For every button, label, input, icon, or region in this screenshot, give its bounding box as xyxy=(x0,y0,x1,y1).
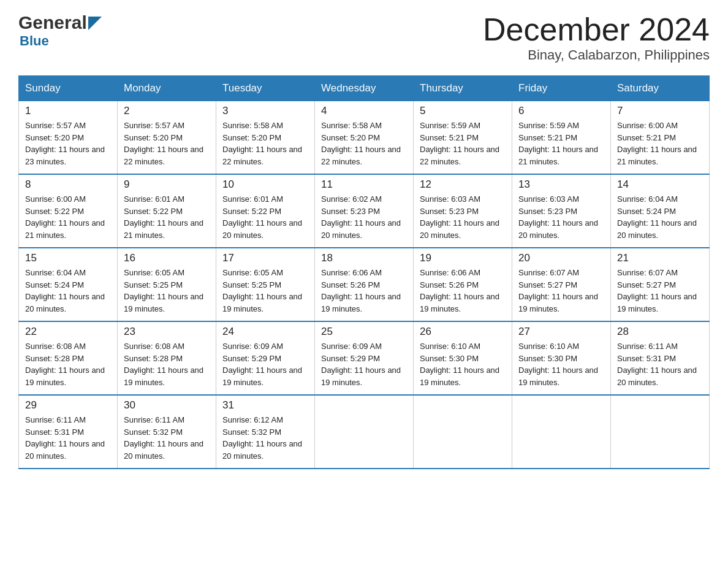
logo-blue-text: Blue xyxy=(20,33,49,48)
calendar-week-row: 22 Sunrise: 6:08 AMSunset: 5:28 PMDaylig… xyxy=(19,321,710,395)
sun-info: Sunrise: 6:07 AMSunset: 5:27 PMDaylight:… xyxy=(518,267,604,315)
day-number: 29 xyxy=(25,399,111,412)
day-number: 15 xyxy=(25,252,111,264)
calendar-cell: 2 Sunrise: 5:57 AMSunset: 5:20 PMDayligh… xyxy=(118,101,216,175)
logo-general-text: General xyxy=(18,12,87,33)
calendar-cell: 10 Sunrise: 6:01 AMSunset: 5:22 PMDaylig… xyxy=(216,174,315,248)
sun-info: Sunrise: 6:01 AMSunset: 5:22 PMDaylight:… xyxy=(222,193,308,241)
day-number: 6 xyxy=(518,105,604,117)
calendar-cell: 11 Sunrise: 6:02 AMSunset: 5:23 PMDaylig… xyxy=(315,174,414,248)
day-number: 13 xyxy=(518,178,604,191)
weekday-header-friday: Friday xyxy=(512,76,611,101)
calendar-cell: 14 Sunrise: 6:04 AMSunset: 5:24 PMDaylig… xyxy=(611,174,710,248)
day-number: 8 xyxy=(25,178,111,191)
page-header: General Blue December 2024 Binay, Calaba… xyxy=(18,12,710,63)
sun-info: Sunrise: 6:07 AMSunset: 5:27 PMDaylight:… xyxy=(617,267,703,315)
logo: General Blue xyxy=(18,12,102,49)
sun-info: Sunrise: 6:05 AMSunset: 5:25 PMDaylight:… xyxy=(124,267,210,315)
calendar-cell: 12 Sunrise: 6:03 AMSunset: 5:23 PMDaylig… xyxy=(414,174,512,248)
calendar-cell: 20 Sunrise: 6:07 AMSunset: 5:27 PMDaylig… xyxy=(512,248,611,321)
day-number: 12 xyxy=(420,178,506,191)
weekday-header-saturday: Saturday xyxy=(611,76,710,101)
page-subtitle: Binay, Calabarzon, Philippines xyxy=(483,47,710,63)
sun-info: Sunrise: 6:10 AMSunset: 5:30 PMDaylight:… xyxy=(420,340,506,388)
calendar-cell xyxy=(611,395,710,469)
calendar-week-row: 8 Sunrise: 6:00 AMSunset: 5:22 PMDayligh… xyxy=(19,174,710,248)
sun-info: Sunrise: 6:10 AMSunset: 5:30 PMDaylight:… xyxy=(518,340,604,388)
sun-info: Sunrise: 5:58 AMSunset: 5:20 PMDaylight:… xyxy=(321,120,407,167)
calendar-cell: 13 Sunrise: 6:03 AMSunset: 5:23 PMDaylig… xyxy=(512,174,611,248)
sun-info: Sunrise: 6:11 AMSunset: 5:32 PMDaylight:… xyxy=(124,414,210,462)
day-number: 1 xyxy=(25,105,111,117)
calendar-cell: 24 Sunrise: 6:09 AMSunset: 5:29 PMDaylig… xyxy=(216,321,315,395)
calendar-cell: 16 Sunrise: 6:05 AMSunset: 5:25 PMDaylig… xyxy=(118,248,216,321)
calendar-cell: 29 Sunrise: 6:11 AMSunset: 5:31 PMDaylig… xyxy=(19,395,118,469)
sun-info: Sunrise: 6:05 AMSunset: 5:25 PMDaylight:… xyxy=(222,267,308,315)
calendar-table: SundayMondayTuesdayWednesdayThursdayFrid… xyxy=(18,75,710,469)
day-number: 22 xyxy=(25,326,111,338)
day-number: 10 xyxy=(222,178,308,191)
page-title: December 2024 xyxy=(483,12,710,47)
day-number: 7 xyxy=(617,105,703,117)
day-number: 20 xyxy=(518,252,604,264)
sun-info: Sunrise: 6:06 AMSunset: 5:26 PMDaylight:… xyxy=(420,267,506,315)
day-number: 23 xyxy=(124,326,210,338)
calendar-cell: 31 Sunrise: 6:12 AMSunset: 5:32 PMDaylig… xyxy=(216,395,315,469)
sun-info: Sunrise: 6:03 AMSunset: 5:23 PMDaylight:… xyxy=(518,193,604,241)
day-number: 5 xyxy=(420,105,506,117)
day-number: 18 xyxy=(321,252,407,264)
calendar-cell: 15 Sunrise: 6:04 AMSunset: 5:24 PMDaylig… xyxy=(19,248,118,321)
calendar-week-row: 29 Sunrise: 6:11 AMSunset: 5:31 PMDaylig… xyxy=(19,395,710,469)
sun-info: Sunrise: 6:00 AMSunset: 5:21 PMDaylight:… xyxy=(617,120,703,167)
sun-info: Sunrise: 6:11 AMSunset: 5:31 PMDaylight:… xyxy=(25,414,111,462)
sun-info: Sunrise: 5:59 AMSunset: 5:21 PMDaylight:… xyxy=(518,120,604,167)
day-number: 28 xyxy=(617,326,703,338)
day-number: 31 xyxy=(222,399,308,412)
sun-info: Sunrise: 6:06 AMSunset: 5:26 PMDaylight:… xyxy=(321,267,407,315)
day-number: 26 xyxy=(420,326,506,338)
day-number: 17 xyxy=(222,252,308,264)
weekday-header-wednesday: Wednesday xyxy=(315,76,414,101)
calendar-cell xyxy=(414,395,512,469)
sun-info: Sunrise: 6:08 AMSunset: 5:28 PMDaylight:… xyxy=(124,340,210,388)
calendar-cell: 27 Sunrise: 6:10 AMSunset: 5:30 PMDaylig… xyxy=(512,321,611,395)
calendar-cell: 7 Sunrise: 6:00 AMSunset: 5:21 PMDayligh… xyxy=(611,101,710,175)
sun-info: Sunrise: 6:01 AMSunset: 5:22 PMDaylight:… xyxy=(124,193,210,241)
day-number: 21 xyxy=(617,252,703,264)
weekday-header-sunday: Sunday xyxy=(19,76,118,101)
day-number: 4 xyxy=(321,105,407,117)
sun-info: Sunrise: 5:57 AMSunset: 5:20 PMDaylight:… xyxy=(124,120,210,167)
day-number: 30 xyxy=(124,399,210,412)
sun-info: Sunrise: 5:58 AMSunset: 5:20 PMDaylight:… xyxy=(222,120,308,167)
title-block: December 2024 Binay, Calabarzon, Philipp… xyxy=(483,12,710,63)
calendar-cell: 22 Sunrise: 6:08 AMSunset: 5:28 PMDaylig… xyxy=(19,321,118,395)
calendar-cell: 5 Sunrise: 5:59 AMSunset: 5:21 PMDayligh… xyxy=(414,101,512,175)
sun-info: Sunrise: 5:59 AMSunset: 5:21 PMDaylight:… xyxy=(420,120,506,167)
day-number: 25 xyxy=(321,326,407,338)
day-number: 16 xyxy=(124,252,210,264)
calendar-cell: 17 Sunrise: 6:05 AMSunset: 5:25 PMDaylig… xyxy=(216,248,315,321)
day-number: 9 xyxy=(124,178,210,191)
weekday-header-thursday: Thursday xyxy=(414,76,512,101)
day-number: 24 xyxy=(222,326,308,338)
calendar-cell: 21 Sunrise: 6:07 AMSunset: 5:27 PMDaylig… xyxy=(611,248,710,321)
sun-info: Sunrise: 6:09 AMSunset: 5:29 PMDaylight:… xyxy=(222,340,308,388)
calendar-cell: 8 Sunrise: 6:00 AMSunset: 5:22 PMDayligh… xyxy=(19,174,118,248)
calendar-cell: 1 Sunrise: 5:57 AMSunset: 5:20 PMDayligh… xyxy=(19,101,118,175)
calendar-cell xyxy=(315,395,414,469)
calendar-cell: 9 Sunrise: 6:01 AMSunset: 5:22 PMDayligh… xyxy=(118,174,216,248)
calendar-cell: 4 Sunrise: 5:58 AMSunset: 5:20 PMDayligh… xyxy=(315,101,414,175)
calendar-cell: 23 Sunrise: 6:08 AMSunset: 5:28 PMDaylig… xyxy=(118,321,216,395)
svg-marker-0 xyxy=(88,17,102,30)
calendar-cell xyxy=(512,395,611,469)
day-number: 11 xyxy=(321,178,407,191)
logo-triangle-icon xyxy=(88,17,102,30)
day-number: 3 xyxy=(222,105,308,117)
calendar-week-row: 15 Sunrise: 6:04 AMSunset: 5:24 PMDaylig… xyxy=(19,248,710,321)
sun-info: Sunrise: 6:09 AMSunset: 5:29 PMDaylight:… xyxy=(321,340,407,388)
calendar-cell: 30 Sunrise: 6:11 AMSunset: 5:32 PMDaylig… xyxy=(118,395,216,469)
weekday-header-row: SundayMondayTuesdayWednesdayThursdayFrid… xyxy=(19,76,710,101)
sun-info: Sunrise: 6:11 AMSunset: 5:31 PMDaylight:… xyxy=(617,340,703,388)
sun-info: Sunrise: 6:12 AMSunset: 5:32 PMDaylight:… xyxy=(222,414,308,462)
calendar-cell: 3 Sunrise: 5:58 AMSunset: 5:20 PMDayligh… xyxy=(216,101,315,175)
